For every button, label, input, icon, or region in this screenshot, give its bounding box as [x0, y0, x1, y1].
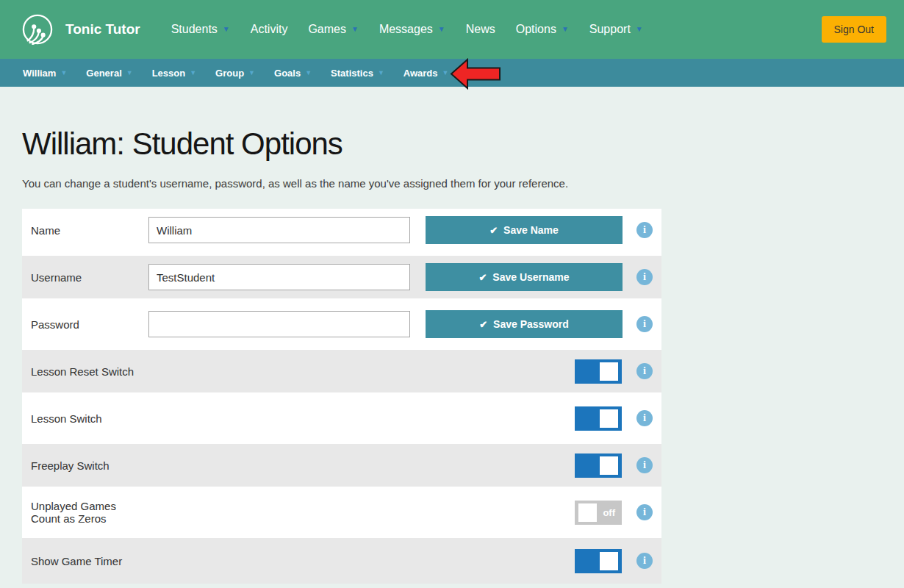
nav-item-label: Students [171, 23, 218, 36]
red-left-arrow-annotation [450, 58, 501, 90]
nav-item-label: General [86, 68, 121, 79]
nav-item-label: Messages [379, 23, 433, 36]
page-title: William: Student Options [22, 126, 904, 162]
nav-item-label: Awards [403, 68, 438, 79]
lesson-reset-switch-toggle[interactable] [575, 359, 622, 384]
field-label: Freeplay Switch [31, 459, 148, 472]
subnav-item-statistics[interactable]: Statistics ▼ [321, 68, 394, 79]
lesson-switch-toggle[interactable] [575, 406, 622, 431]
subnav-item-goals[interactable]: Goals ▼ [265, 68, 321, 79]
nav-item-label: Lesson [152, 68, 186, 79]
main-content: William: Student Options You can change … [0, 126, 904, 584]
chevron-down-icon: ▼ [190, 70, 196, 76]
field-label: Password [31, 318, 148, 331]
chevron-down-icon: ▼ [562, 26, 569, 33]
nav-item-label: Activity [251, 23, 288, 36]
form-row-password: Password ✔ Save Password i [22, 303, 661, 345]
info-icon[interactable]: i [636, 269, 653, 285]
nav-item-games[interactable]: Games ▼ [298, 23, 368, 36]
chevron-down-icon: ▼ [442, 70, 449, 76]
form-row-lesson-reset-switch: Lesson Reset Switch i [22, 350, 661, 392]
field-label: Unplayed Games Count as Zeros [31, 500, 148, 525]
toggle-off-label: off [603, 501, 615, 525]
main-menu: Students ▼ Activity Games ▼ Messages ▼ N… [161, 23, 653, 36]
nav-item-news[interactable]: News [456, 23, 506, 36]
nav-item-label: Statistics [331, 68, 373, 79]
info-icon[interactable]: i [636, 457, 653, 473]
form-row-unplayed-games-count-as-zeros: Unplayed Games Count as Zeros off i [22, 491, 661, 534]
password-input[interactable] [148, 311, 410, 337]
chevron-down-icon: ▼ [438, 26, 445, 33]
toggle-knob [600, 456, 618, 475]
info-icon[interactable]: i [636, 553, 653, 569]
chevron-down-icon: ▼ [223, 26, 230, 33]
nav-item-support[interactable]: Support ▼ [579, 23, 653, 36]
student-options-form: Name ✔ Save Name i Username ✔ Save Usern… [22, 209, 661, 584]
nav-item-label: Games [308, 23, 346, 36]
freeplay-switch-toggle[interactable] [575, 453, 622, 478]
toggle-knob [600, 552, 618, 570]
toggle-knob [600, 409, 618, 428]
chevron-down-icon: ▼ [351, 26, 359, 33]
save-button-label: Save Username [492, 271, 569, 283]
form-row-freeplay-switch: Freeplay Switch i [22, 444, 661, 487]
form-row-lesson-switch: Lesson Switch i [22, 397, 661, 440]
field-label: Username [31, 271, 148, 284]
form-row-name: Name ✔ Save Name i [22, 209, 661, 251]
chevron-down-icon: ▼ [248, 70, 255, 76]
field-label: Name [31, 224, 148, 237]
nav-item-label: Group [215, 68, 244, 79]
check-icon: ✔ [478, 273, 487, 282]
toggle-knob [600, 362, 618, 381]
show-game-timer-toggle[interactable] [575, 549, 622, 573]
nav-item-messages[interactable]: Messages ▼ [369, 23, 456, 36]
nav-item-label: William [23, 68, 56, 79]
info-icon[interactable]: i [636, 222, 653, 238]
nav-item-label: Support [589, 23, 631, 36]
save-password-button[interactable]: ✔ Save Password [426, 310, 623, 338]
name-input[interactable] [148, 217, 410, 243]
subnav-item-general[interactable]: General ▼ [76, 68, 142, 79]
unplayed-games-count-as-zeros-toggle[interactable]: off [575, 501, 622, 525]
save-username-button[interactable]: ✔ Save Username [426, 263, 623, 291]
subnav-item-group[interactable]: Group ▼ [206, 68, 265, 79]
username-input[interactable] [148, 264, 410, 290]
save-name-button[interactable]: ✔ Save Name [426, 216, 623, 244]
nav-item-activity[interactable]: Activity [240, 23, 298, 36]
save-button-label: Save Password [493, 318, 569, 330]
brand-logo-icon [22, 14, 53, 45]
chevron-down-icon: ▼ [378, 70, 384, 76]
chevron-down-icon: ▼ [126, 70, 133, 76]
info-icon[interactable]: i [636, 363, 653, 379]
chevron-down-icon: ▼ [636, 26, 643, 33]
sign-out-button[interactable]: Sign Out [822, 16, 886, 43]
subnav-item-lesson[interactable]: Lesson ▼ [143, 68, 206, 79]
subnav-item-awards[interactable]: Awards ▼ [394, 68, 459, 79]
check-icon: ✔ [479, 320, 487, 329]
info-icon[interactable]: i [636, 316, 653, 332]
check-icon: ✔ [489, 226, 498, 235]
nav-item-students[interactable]: Students ▼ [161, 23, 240, 36]
field-label: Show Game Timer [31, 555, 148, 567]
nav-item-label: Goals [274, 68, 301, 79]
nav-item-label: Options [516, 23, 556, 36]
save-button-label: Save Name [503, 224, 559, 236]
chevron-down-icon: ▼ [60, 70, 67, 76]
field-label: Lesson Switch [31, 412, 148, 425]
field-label: Lesson Reset Switch [31, 365, 148, 378]
top-navigation: Tonic Tutor Students ▼ Activity Games ▼ … [0, 0, 904, 59]
nav-item-label: News [466, 23, 495, 36]
subnav-item-william[interactable]: William ▼ [13, 68, 76, 79]
chevron-down-icon: ▼ [305, 70, 312, 76]
nav-item-options[interactable]: Options ▼ [506, 23, 579, 36]
toggle-knob [578, 503, 597, 522]
form-row-username: Username ✔ Save Username i [22, 256, 661, 298]
page-description: You can change a student's username, pas… [22, 177, 904, 190]
brand-name: Tonic Tutor [65, 21, 140, 37]
info-icon[interactable]: i [636, 504, 653, 520]
info-icon[interactable]: i [636, 410, 653, 426]
form-row-show-game-timer: Show Game Timer i [22, 538, 661, 584]
